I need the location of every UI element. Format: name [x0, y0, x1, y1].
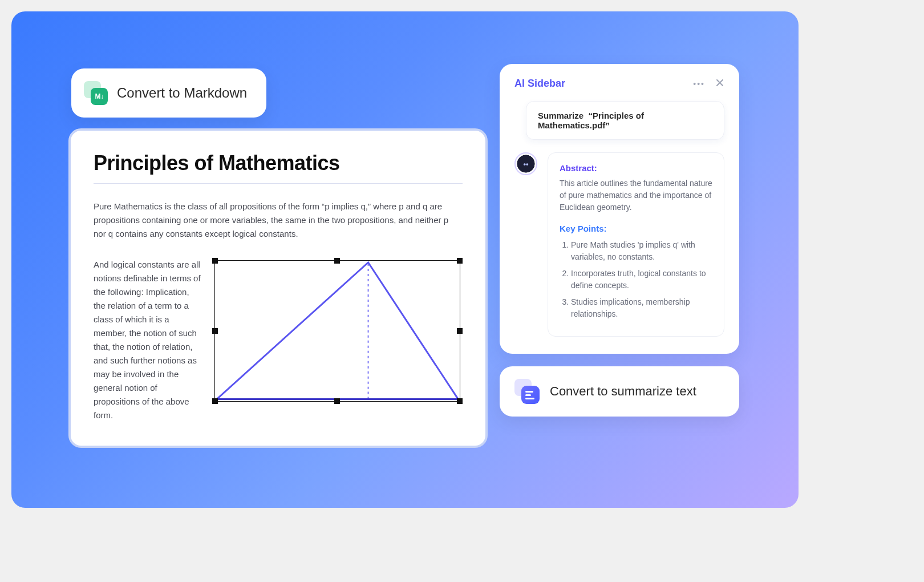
- ai-response-card: Abstract: This article outlines the fund…: [548, 152, 724, 337]
- document-paragraph-1: Pure Mathematics is the class of all pro…: [94, 200, 463, 241]
- selection-handle[interactable]: [334, 258, 340, 264]
- ai-prompt-prefix: Summarize: [538, 111, 583, 120]
- convert-to-markdown-card[interactable]: M↓ Convert to Markdown: [71, 68, 266, 118]
- ai-sidebar-panel: AI Sidebar ••• Summarize “Principles of …: [500, 64, 739, 354]
- feature-canvas: M↓ Convert to Markdown Principles of Mat…: [11, 11, 799, 508]
- convert-to-markdown-label: Convert to Markdown: [117, 85, 247, 101]
- close-icon[interactable]: [715, 78, 724, 90]
- key-point-item: Studies implications, membership relatio…: [571, 296, 712, 320]
- selection-handle[interactable]: [457, 258, 463, 264]
- convert-to-summarize-label: Convert to summarize text: [550, 384, 696, 399]
- selection-handle[interactable]: [457, 398, 463, 404]
- key-point-item: Incorporates truth, logical constants to…: [571, 268, 712, 292]
- selection-handle[interactable]: [212, 258, 218, 264]
- selection-handle[interactable]: [334, 398, 340, 404]
- abstract-text: This article outlines the fundamental na…: [560, 177, 712, 213]
- triangle-figure-selected[interactable]: [212, 258, 463, 404]
- selection-handle[interactable]: [212, 398, 218, 404]
- document-card: Principles of Mathematics Pure Mathemati…: [68, 128, 488, 448]
- document-title: Principles of Mathematics: [94, 151, 463, 175]
- triangle-icon: [214, 260, 460, 402]
- more-icon[interactable]: •••: [693, 79, 705, 88]
- summarize-icon: [514, 379, 540, 404]
- abstract-label: Abstract:: [560, 163, 712, 173]
- markdown-icon: M↓: [84, 81, 108, 105]
- selection-handle[interactable]: [457, 328, 463, 334]
- key-points-list: Pure Math studies 'p implies q' with var…: [560, 239, 712, 320]
- svg-marker-0: [217, 262, 458, 399]
- ai-prompt-bubble: Summarize “Principles of Mathematics.pdf…: [526, 101, 724, 140]
- ai-sidebar-title: AI Sidebar: [514, 78, 565, 90]
- document-paragraph-2: And logical constants are all notions de…: [94, 258, 202, 422]
- selection-handle[interactable]: [212, 328, 218, 334]
- convert-to-summarize-card[interactable]: Convert to summarize text: [500, 366, 739, 417]
- key-point-item: Pure Math studies 'p implies q' with var…: [571, 239, 712, 263]
- ai-avatar-icon: ••: [514, 152, 537, 175]
- divider: [94, 183, 463, 184]
- key-points-label: Key Points:: [560, 224, 712, 233]
